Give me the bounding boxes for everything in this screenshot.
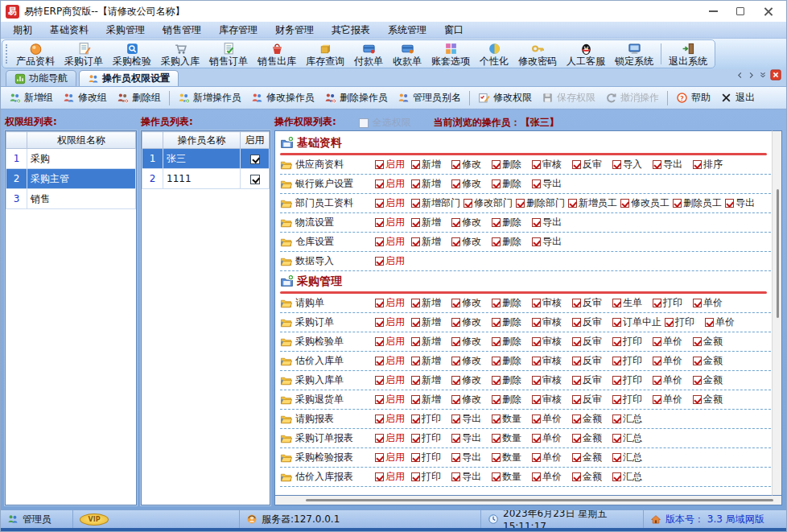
action-新增组-button[interactable]: 新增组 xyxy=(4,89,58,107)
tab-操作员权限设置[interactable]: 操作员权限设置 xyxy=(79,70,179,86)
permission-checkbox[interactable] xyxy=(612,160,621,169)
permission-checkbox[interactable] xyxy=(532,357,541,365)
permission-checkbox[interactable] xyxy=(492,376,501,385)
tab-list-button[interactable] xyxy=(758,70,768,82)
toolbar-button[interactable]: 个性化 xyxy=(475,40,513,68)
permission-checkbox[interactable] xyxy=(411,376,420,385)
permission-checkbox[interactable] xyxy=(451,299,460,307)
toolbar-button[interactable]: 销售出库 xyxy=(253,40,301,68)
permission-checkbox[interactable] xyxy=(725,199,734,208)
permission-checkbox[interactable] xyxy=(612,434,621,443)
permission-checkbox[interactable] xyxy=(572,299,581,307)
permission-checkbox[interactable] xyxy=(375,434,384,443)
group-row[interactable]: 1采购 xyxy=(6,149,136,169)
permission-checkbox[interactable] xyxy=(532,237,541,246)
menu-item-1[interactable]: 基础资料 xyxy=(41,22,97,39)
toolbar-button[interactable]: 采购入库 xyxy=(156,40,204,68)
permission-checkbox[interactable] xyxy=(375,179,384,188)
permission-checkbox[interactable] xyxy=(612,472,621,481)
action-删除组-button[interactable]: 删除组 xyxy=(112,89,166,107)
toolbar-button[interactable]: 采购订单 xyxy=(60,40,108,68)
permission-checkbox[interactable] xyxy=(532,472,541,481)
permission-checkbox[interactable] xyxy=(411,218,420,227)
toolbar-button[interactable]: 人工客服 xyxy=(562,40,610,68)
permission-checkbox[interactable] xyxy=(612,318,621,327)
permission-checkbox[interactable] xyxy=(532,414,541,423)
permission-checkbox[interactable] xyxy=(612,376,621,385)
permission-checkbox[interactable] xyxy=(612,453,621,462)
action-删除操作员-button[interactable]: 删除操作员 xyxy=(319,89,393,107)
group-row[interactable]: 3销售 xyxy=(6,189,136,209)
operator-enabled-checkbox[interactable] xyxy=(250,175,260,184)
horizontal-scrollbar[interactable] xyxy=(274,496,782,505)
permission-checkbox[interactable] xyxy=(532,453,541,462)
toolbar-button[interactable]: 锁定系统 xyxy=(610,40,658,68)
permission-checkbox[interactable] xyxy=(492,357,501,365)
permission-checkbox[interactable] xyxy=(653,337,661,346)
permission-checkbox[interactable] xyxy=(451,376,460,385)
permission-checkbox[interactable] xyxy=(492,395,501,404)
permission-checkbox[interactable] xyxy=(375,376,384,385)
toolbar-button[interactable]: 付款单 xyxy=(349,40,388,68)
toolbar-button[interactable]: 修改密码 xyxy=(513,40,562,68)
tab-scroll-left-button[interactable] xyxy=(735,71,744,82)
permission-checkbox[interactable] xyxy=(375,337,384,346)
action-保存权限-button[interactable]: 保存权限 xyxy=(537,89,600,107)
permission-checkbox[interactable] xyxy=(375,414,384,423)
operator-row[interactable]: 1张三 xyxy=(142,149,270,169)
permission-checkbox[interactable] xyxy=(451,453,460,462)
permission-checkbox[interactable] xyxy=(411,160,420,169)
permission-checkbox[interactable] xyxy=(568,199,577,208)
permission-checkbox[interactable] xyxy=(532,376,541,385)
permission-checkbox[interactable] xyxy=(411,472,420,481)
permission-checkbox[interactable] xyxy=(411,179,420,188)
permission-checkbox[interactable] xyxy=(464,199,472,208)
permission-checkbox[interactable] xyxy=(572,376,581,385)
permission-checkbox[interactable] xyxy=(411,434,420,443)
permission-checkbox[interactable] xyxy=(693,299,702,307)
permission-checkbox[interactable] xyxy=(411,357,420,365)
vertical-scrollbar[interactable] xyxy=(772,130,782,496)
permission-checkbox[interactable] xyxy=(375,453,384,462)
action-帮助-button[interactable]: ?帮助 xyxy=(671,89,715,107)
maximize-button[interactable] xyxy=(727,2,754,20)
permission-checkbox[interactable] xyxy=(492,337,501,346)
menu-item-7[interactable]: 系统管理 xyxy=(379,22,435,39)
menu-item-0[interactable]: 期初 xyxy=(4,22,41,39)
tab-close-button[interactable] xyxy=(770,69,781,83)
permission-checkbox[interactable] xyxy=(451,434,460,443)
permission-checkbox[interactable] xyxy=(516,199,525,208)
permission-checkbox[interactable] xyxy=(451,318,460,327)
permission-checkbox[interactable] xyxy=(492,218,501,227)
permission-checkbox[interactable] xyxy=(375,218,384,227)
menu-item-5[interactable]: 财务管理 xyxy=(266,22,323,39)
permission-checkbox[interactable] xyxy=(653,357,661,365)
permission-checkbox[interactable] xyxy=(532,434,541,443)
permission-checkbox[interactable] xyxy=(492,299,501,307)
permission-checkbox[interactable] xyxy=(492,453,501,462)
permission-checkbox[interactable] xyxy=(451,357,460,365)
permission-checkbox[interactable] xyxy=(532,395,541,404)
menu-item-3[interactable]: 销售管理 xyxy=(154,22,210,39)
action-管理员别名-button[interactable]: 管理员别名 xyxy=(393,89,466,107)
toolbar-button[interactable]: 采购检验 xyxy=(108,40,156,68)
permission-checkbox[interactable] xyxy=(492,434,501,443)
operator-row[interactable]: 21111 xyxy=(142,169,270,189)
permission-checkbox[interactable] xyxy=(451,237,460,246)
permission-checkbox[interactable] xyxy=(375,472,384,481)
permission-checkbox[interactable] xyxy=(572,414,581,423)
permission-checkbox[interactable] xyxy=(375,160,384,169)
permission-checkbox[interactable] xyxy=(532,179,541,188)
horizontal-scrollbar-thumb[interactable] xyxy=(306,499,773,501)
menu-item-4[interactable]: 库存管理 xyxy=(210,22,266,39)
menu-item-8[interactable]: 窗口 xyxy=(435,22,472,39)
permission-checkbox[interactable] xyxy=(612,395,621,404)
permission-checkbox[interactable] xyxy=(451,179,460,188)
permission-checkbox[interactable] xyxy=(451,337,460,346)
permission-checkbox[interactable] xyxy=(612,299,621,307)
permission-checkbox[interactable] xyxy=(411,318,420,327)
permission-checkbox[interactable] xyxy=(705,318,714,327)
permission-checkbox[interactable] xyxy=(572,453,581,462)
permission-checkbox[interactable] xyxy=(612,357,621,365)
permission-checkbox[interactable] xyxy=(375,299,384,307)
